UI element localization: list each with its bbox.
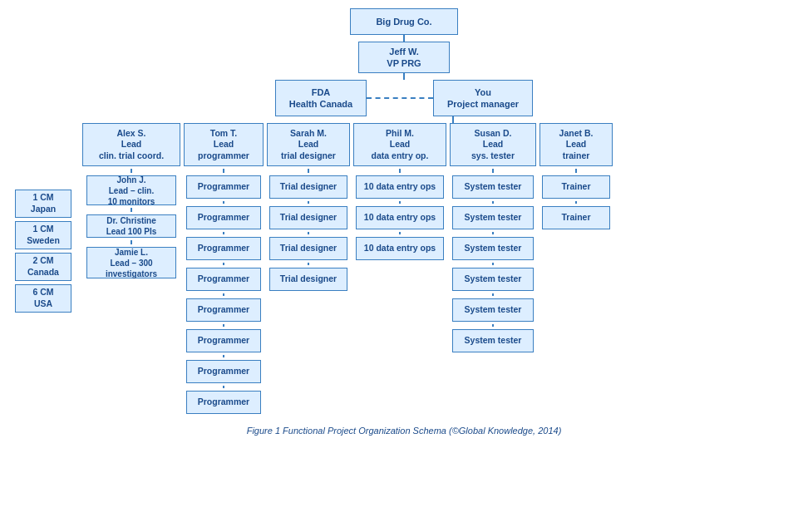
cm-column: 1 CMJapan 1 CMSweden 2 CMCanada 6 CMUSA (9, 190, 77, 313)
cm-usa: 6 CMUSA (15, 284, 71, 313)
sarah-sub-1: Trial designer (269, 175, 347, 199)
fda-box: FDAHealth Canada (275, 80, 367, 116)
you-label: YouProject manager (447, 86, 519, 111)
org-chart: Big Drug Co. Jeff W.VP PRG FDAHealth Can… (9, 8, 799, 436)
susan-sub-5: System tester (452, 298, 534, 322)
christine-box: Dr. ChristineLead 100 PIs (86, 214, 176, 238)
sarah-sub-3: Trial designer (269, 237, 347, 260)
tom-sub-6: Programmer (186, 329, 261, 352)
tom-sub-1: Programmer (186, 175, 261, 199)
janet-sub-2: Trainer (542, 206, 610, 229)
phil-header: Phil M.Leaddata entry op. (353, 123, 446, 166)
sarah-sub-2: Trial designer (269, 206, 347, 229)
tom-sub-2: Programmer (186, 206, 261, 229)
cm-japan: 1 CMJapan (15, 190, 71, 218)
tom-sub-7: Programmer (186, 360, 261, 383)
jamie-box: Jamie L.Lead – 300investigators (86, 247, 176, 278)
dashed-connector (367, 97, 433, 99)
susan-sub-4: System tester (452, 268, 534, 291)
janet-sub-1: Trainer (542, 175, 610, 199)
col-sarah: Sarah M.Leadtrial designer Trial designe… (267, 123, 350, 291)
sarah-sub-4: Trial designer (269, 268, 347, 291)
sarah-header: Sarah M.Leadtrial designer (267, 123, 350, 166)
tom-sub-4: Programmer (186, 268, 261, 291)
susan-header: Susan D.Leadsys. tester (450, 123, 536, 166)
col-susan: Susan D.Leadsys. tester System tester Sy… (450, 123, 536, 352)
col-janet: Janet B.Leadtrainer Trainer Trainer (539, 123, 613, 229)
tom-sub-5: Programmer (186, 298, 261, 322)
tom-sub-3: Programmer (186, 237, 261, 260)
col-phil: Phil M.Leaddata entry op. 10 data entry … (353, 123, 446, 260)
jeff-box: Jeff W.VP PRG (358, 42, 450, 73)
tom-sub-8: Programmer (186, 391, 261, 414)
john-box: John J.Lead – clin.10 monitors (86, 175, 176, 205)
janet-header: Janet B.Leadtrainer (539, 123, 613, 166)
you-box: YouProject manager (433, 80, 533, 116)
col-alex: Alex S.Leadclin. trial coord. John J.Lea… (82, 123, 180, 278)
phil-sub-1: 10 data entry ops (356, 175, 444, 199)
fda-you-row: FDAHealth Canada YouProject manager (275, 80, 533, 116)
tom-header: Tom T.Leadprogrammer (184, 123, 264, 166)
jeff-label: Jeff W.VP PRG (387, 46, 421, 70)
susan-sub-1: System tester (452, 175, 534, 199)
main-columns: Alex S.Leadclin. trial coord. John J.Lea… (82, 123, 799, 414)
fda-label: FDAHealth Canada (289, 86, 352, 111)
alex-header: Alex S.Leadclin. trial coord. (82, 123, 180, 166)
phil-sub-2: 10 data entry ops (356, 206, 444, 229)
big-drug-box: Big Drug Co. (350, 8, 458, 35)
susan-sub-2: System tester (452, 206, 534, 229)
columns-container: Alex S.Leadclin. trial coord. John J.Lea… (82, 123, 799, 414)
figure-caption: Figure 1 Functional Project Organization… (247, 426, 562, 436)
susan-sub-3: System tester (452, 237, 534, 260)
susan-sub-6: System tester (452, 329, 534, 352)
cm-canada: 2 CMCanada (15, 253, 71, 281)
col-tom: Tom T.Leadprogrammer Programmer Programm… (184, 123, 264, 414)
cm-sweden: 1 CMSweden (15, 221, 71, 249)
phil-sub-3: 10 data entry ops (356, 237, 444, 260)
